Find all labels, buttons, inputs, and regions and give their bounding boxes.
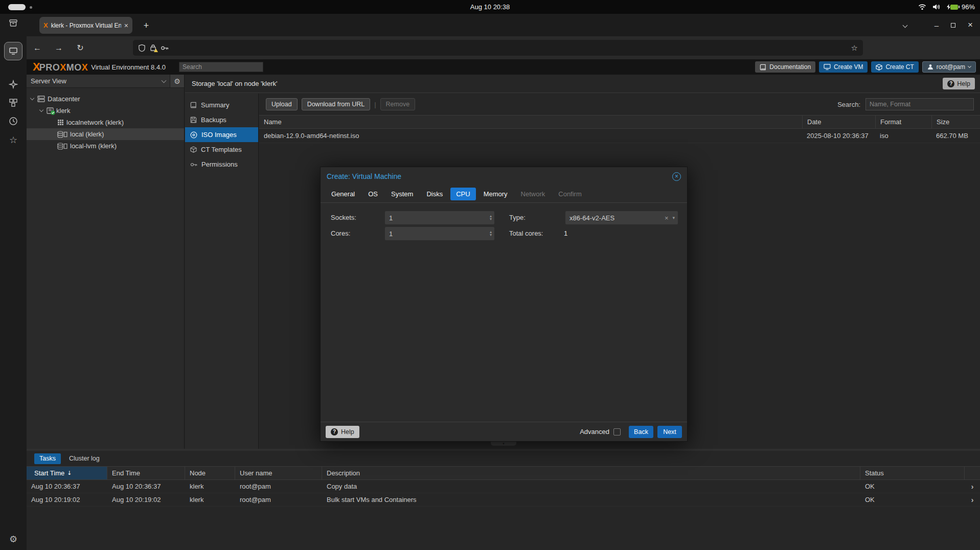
tab-disks[interactable]: Disks xyxy=(421,188,448,200)
cores-input[interactable]: 1 ▴ ▾ xyxy=(385,227,494,240)
iso-table-row[interactable]: debian-12.9.0-amd64-netinst.iso 2025-08-… xyxy=(259,129,980,143)
help-button[interactable]: ? Help xyxy=(943,78,975,89)
task-row[interactable]: Aug 10 20:19:02 Aug 10 20:19:02 klerk ro… xyxy=(27,493,980,507)
create-ct-button[interactable]: Create CT xyxy=(871,61,918,73)
back-button[interactable]: ← xyxy=(30,43,45,53)
tab-tasks[interactable]: Tasks xyxy=(34,453,61,464)
column-header-format[interactable]: Format xyxy=(875,116,931,128)
tree-item-local-lvm-storage[interactable]: local-lvm (klerk) xyxy=(27,140,184,152)
tab-confirm[interactable]: Confirm xyxy=(553,188,587,200)
create-vm-button[interactable]: Create VM xyxy=(819,61,868,73)
sparkle-wand-icon[interactable] xyxy=(0,80,27,89)
tree-settings-button[interactable]: ⚙ xyxy=(170,75,184,87)
column-header-status[interactable]: Status xyxy=(860,467,965,479)
column-header-node[interactable]: Node xyxy=(185,467,235,479)
settings-gear-icon[interactable]: ⚙ xyxy=(0,534,27,544)
tree-item-local-storage[interactable]: local (klerk) xyxy=(27,128,184,140)
clock[interactable]: Aug 10 20:38 xyxy=(0,0,980,14)
user-menu-button[interactable]: root@pam xyxy=(922,61,976,73)
iso-table-header: Name Date Format Size xyxy=(259,115,980,129)
menu-item-iso-images[interactable]: ISO Images xyxy=(185,127,258,142)
wifi-icon xyxy=(918,4,926,10)
status-badge: OK xyxy=(860,493,965,506)
download-from-url-button[interactable]: Download from URL xyxy=(302,98,371,110)
column-header-description[interactable]: Description xyxy=(322,467,860,479)
column-header-size[interactable]: Size xyxy=(931,116,980,128)
cpu-type-combobox[interactable]: x86-64-v2-AES × ▾ xyxy=(565,211,678,224)
tab-os[interactable]: OS xyxy=(362,188,383,200)
dialog-resize-handle[interactable]: ▾ xyxy=(491,442,516,446)
next-button[interactable]: Next xyxy=(657,426,682,438)
spinner-buttons[interactable]: ▴ ▾ xyxy=(490,215,493,221)
column-header-date[interactable]: Date xyxy=(802,116,875,128)
tab-memory[interactable]: Memory xyxy=(478,188,513,200)
menu-item-ct-templates[interactable]: CT Templates xyxy=(185,142,258,157)
row-chevron-icon[interactable]: › xyxy=(965,480,980,493)
window-minimize-button[interactable]: – xyxy=(935,21,939,30)
search-label: Search: xyxy=(837,101,860,108)
tab-network[interactable]: Network xyxy=(515,188,551,200)
row-chevron-icon[interactable]: › xyxy=(965,493,980,506)
back-button[interactable]: Back xyxy=(629,426,653,438)
tab-cluster-log[interactable]: Cluster log xyxy=(64,453,105,464)
boxes-icon[interactable] xyxy=(0,98,27,107)
archive-box-icon[interactable] xyxy=(0,18,27,28)
resource-tree-panel: Server View ⚙ Datacenter xyxy=(27,75,185,449)
clear-icon[interactable]: × xyxy=(665,214,669,222)
key-permission-icon[interactable] xyxy=(161,45,169,51)
sockets-input[interactable]: 1 ▴ ▾ xyxy=(385,211,494,224)
storage-icon xyxy=(57,131,67,138)
bookmarks-star-icon[interactable]: ☆ xyxy=(0,134,27,145)
tab-system[interactable]: System xyxy=(385,188,419,200)
window-restore-button[interactable] xyxy=(951,23,955,28)
chevron-down-icon[interactable]: ▾ xyxy=(672,215,675,220)
view-mode-select[interactable]: Server View xyxy=(27,75,170,87)
new-tab-button[interactable]: + xyxy=(140,19,153,32)
advanced-checkbox[interactable] xyxy=(613,428,621,436)
tree-item-localnetwork[interactable]: localnetwork (klerk) xyxy=(27,117,184,128)
column-header-name[interactable]: Name xyxy=(259,116,802,128)
column-header-start-time[interactable]: Start Time ↓ xyxy=(27,467,107,479)
tree-item-datacenter[interactable]: Datacenter xyxy=(27,93,184,105)
remove-button[interactable]: Remove xyxy=(380,98,416,110)
dialog-close-icon[interactable]: × xyxy=(672,172,681,181)
documentation-button[interactable]: Documentation xyxy=(755,61,815,73)
tab-close-icon[interactable]: × xyxy=(124,21,128,30)
expand-chevron-icon[interactable] xyxy=(30,96,34,100)
bookmark-star-icon[interactable]: ☆ xyxy=(851,43,858,53)
window-close-button[interactable]: × xyxy=(968,20,973,30)
expand-chevron-icon[interactable] xyxy=(39,108,43,112)
column-header-user-name[interactable]: User name xyxy=(235,467,322,479)
product-version: Virtual Environment 8.4.0 xyxy=(91,63,166,71)
server-icon xyxy=(37,96,45,102)
dialog-help-button[interactable]: ? Help xyxy=(326,426,359,438)
spinner-buttons[interactable]: ▴ ▾ xyxy=(490,231,493,237)
menu-item-summary[interactable]: Summary xyxy=(185,98,258,112)
upload-button[interactable]: Upload xyxy=(266,98,298,110)
tracking-shield-icon[interactable] xyxy=(138,44,146,52)
pve-header: XPROXMOX Virtual Environment 8.4.0 Docum… xyxy=(27,59,980,75)
browser-tab[interactable]: X klerk - Proxmox Virtual En × xyxy=(39,17,132,34)
column-header-end-time[interactable]: End Time xyxy=(107,467,185,479)
history-clock-icon[interactable] xyxy=(0,117,27,126)
book-icon xyxy=(760,64,766,71)
menu-item-backups[interactable]: Backups xyxy=(185,112,258,127)
address-bar[interactable]: ☆ xyxy=(133,40,863,56)
system-tray[interactable]: 96% xyxy=(918,0,975,14)
task-row[interactable]: Aug 10 20:36:37 Aug 10 20:36:37 klerk ro… xyxy=(27,480,980,493)
browser-tab-bar: X klerk - Proxmox Virtual En × + – × xyxy=(27,14,980,36)
question-icon: ? xyxy=(331,428,338,436)
insecure-lock-icon[interactable] xyxy=(150,44,156,52)
global-search-input[interactable] xyxy=(179,62,263,72)
forward-button[interactable]: → xyxy=(51,43,66,53)
tab-general[interactable]: General xyxy=(326,188,360,200)
reload-button[interactable]: ↻ xyxy=(73,43,88,53)
tree-item-node-klerk[interactable]: klerk xyxy=(27,105,184,117)
list-tabs-chevron-icon[interactable] xyxy=(902,22,907,28)
question-icon: ? xyxy=(947,80,954,87)
tab-cpu[interactable]: CPU xyxy=(450,188,475,200)
filter-search-input[interactable] xyxy=(865,98,974,110)
menu-item-permissions[interactable]: Permissions xyxy=(185,157,258,172)
tab-title: klerk - Proxmox Virtual En xyxy=(51,22,121,29)
active-window-tab[interactable] xyxy=(4,42,22,60)
